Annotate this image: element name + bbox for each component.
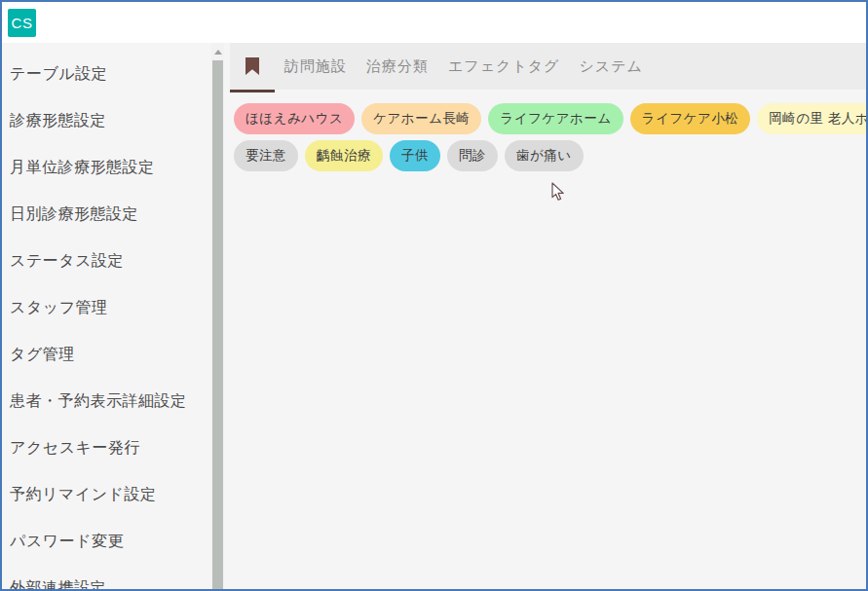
sidebar: テーブル設定診療形態設定月単位診療形態設定日別診療形態設定ステータス設定スタッフ… — [2, 43, 211, 589]
tag-chip[interactable]: ライフケアホーム — [488, 103, 623, 134]
tag-chip[interactable]: 要注意 — [234, 140, 298, 171]
app-window: CS テーブル設定診療形態設定月単位診療形態設定日別診療形態設定ステータス設定ス… — [0, 0, 868, 591]
sidebar-item[interactable]: 予約リマインド設定 — [2, 471, 211, 518]
tag-chip-row: 要注意齲蝕治療子供問診歯が痛い — [234, 140, 866, 171]
app-logo[interactable]: CS — [8, 9, 36, 37]
app-header: CS — [2, 2, 866, 43]
sidebar-item[interactable]: 患者・予約表示詳細設定 — [2, 378, 211, 425]
sidebar-item[interactable]: アクセスキー発行 — [2, 425, 211, 471]
sidebar-item[interactable]: 診療形態設定 — [2, 97, 211, 144]
tag-chip[interactable]: 岡崎の里 老人ホーム — [757, 103, 868, 134]
tab-bookmark[interactable] — [230, 43, 275, 90]
app-body: テーブル設定診療形態設定月単位診療形態設定日別診療形態設定ステータス設定スタッフ… — [2, 43, 866, 589]
tag-chips: ほほえみハウスケアホーム長崎ライフケアホームライフケア小松岡崎の里 老人ホーム要… — [234, 103, 866, 171]
sidebar-item[interactable]: ステータス設定 — [2, 238, 211, 284]
sidebar-nav: テーブル設定診療形態設定月単位診療形態設定日別診療形態設定ステータス設定スタッフ… — [2, 43, 211, 591]
scrollbar-thumb[interactable] — [212, 60, 223, 589]
sidebar-item[interactable]: テーブル設定 — [2, 51, 211, 97]
sidebar-item[interactable]: パスワード変更 — [2, 518, 211, 565]
tag-chip[interactable]: ケアホーム長崎 — [361, 103, 481, 134]
tag-chip[interactable]: ライフケア小松 — [630, 103, 751, 134]
scrollbar-up-arrow-icon[interactable] — [214, 50, 222, 55]
tab[interactable]: 治療分類 — [357, 57, 438, 76]
sidebar-scrollbar[interactable] — [211, 43, 224, 589]
tag-chip[interactable]: 歯が痛い — [505, 140, 584, 171]
tag-chip-row: ほほえみハウスケアホーム長崎ライフケアホームライフケア小松岡崎の里 老人ホーム — [234, 103, 866, 134]
tag-chip[interactable]: ほほえみハウス — [234, 103, 355, 134]
tag-chip[interactable]: 齲蝕治療 — [305, 140, 383, 171]
sidebar-item[interactable]: スタッフ管理 — [2, 284, 211, 331]
sidebar-item[interactable]: タグ管理 — [2, 331, 211, 378]
active-tab-underline — [230, 90, 275, 92]
sidebar-item[interactable]: 外部連携設定 — [2, 565, 211, 591]
sidebar-item[interactable]: 月単位診療形態設定 — [2, 144, 211, 191]
sidebar-item[interactable]: 日別診療形態設定 — [2, 191, 211, 238]
tab-bar: 訪問施設治療分類エフェクトタグシステム — [230, 43, 866, 90]
tab[interactable]: エフェクトタグ — [438, 57, 569, 76]
content-area: 訪問施設治療分類エフェクトタグシステム ほほえみハウスケアホーム長崎ライフケアホ… — [224, 43, 866, 589]
tab[interactable]: システム — [569, 57, 652, 76]
tag-chip[interactable]: 子供 — [390, 140, 440, 171]
tab[interactable]: 訪問施設 — [275, 57, 357, 76]
bookmark-icon — [245, 57, 259, 75]
tag-chip[interactable]: 問診 — [447, 140, 498, 171]
